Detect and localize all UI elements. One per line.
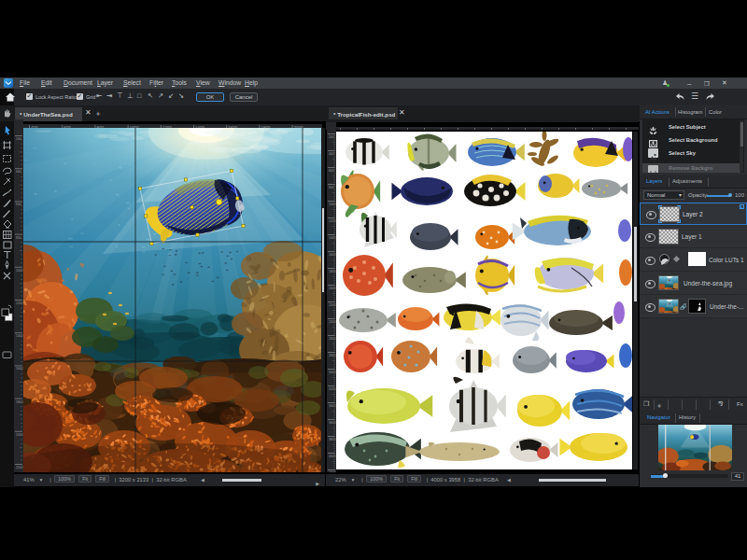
svg-text:2600: 2600	[543, 129, 553, 131]
svg-text:2400: 2400	[527, 129, 536, 131]
svg-text:2000: 2000	[16, 433, 23, 437]
svg-text:1400: 1400	[443, 129, 452, 131]
svg-text:3600: 3600	[627, 129, 637, 131]
svg-text:3200: 3200	[594, 129, 603, 131]
svg-text:1400: 1400	[16, 334, 23, 338]
svg-text:2800: 2800	[560, 129, 570, 131]
svg-text:200: 200	[342, 129, 349, 131]
svg-text:2200: 2200	[16, 466, 23, 469]
svg-text:3000: 3000	[577, 129, 586, 131]
svg-text:1600: 1600	[16, 367, 23, 371]
svg-text:800: 800	[392, 129, 400, 131]
svg-text:600: 600	[16, 203, 21, 206]
svg-text:1000: 1000	[16, 269, 23, 273]
svg-text:800: 800	[329, 186, 334, 189]
svg-text:800: 800	[16, 236, 21, 240]
svg-text:600: 600	[329, 169, 334, 173]
svg-text:400: 400	[16, 170, 21, 174]
svg-text:1000: 1000	[409, 129, 418, 131]
svg-text:200: 200	[16, 137, 21, 141]
svg-text:1800: 1800	[476, 129, 486, 131]
svg-text:2200: 2200	[510, 129, 519, 131]
svg-text:1800: 1800	[16, 400, 23, 404]
svg-text:200: 200	[329, 135, 334, 139]
svg-text:1200: 1200	[426, 129, 435, 131]
svg-text:400: 400	[329, 152, 334, 156]
svg-text:1200: 1200	[16, 301, 23, 305]
svg-text:400: 400	[359, 129, 366, 131]
svg-text:1600: 1600	[459, 129, 469, 131]
svg-text:3400: 3400	[611, 129, 620, 131]
svg-text:2000: 2000	[493, 129, 502, 131]
svg-text:600: 600	[375, 129, 383, 131]
